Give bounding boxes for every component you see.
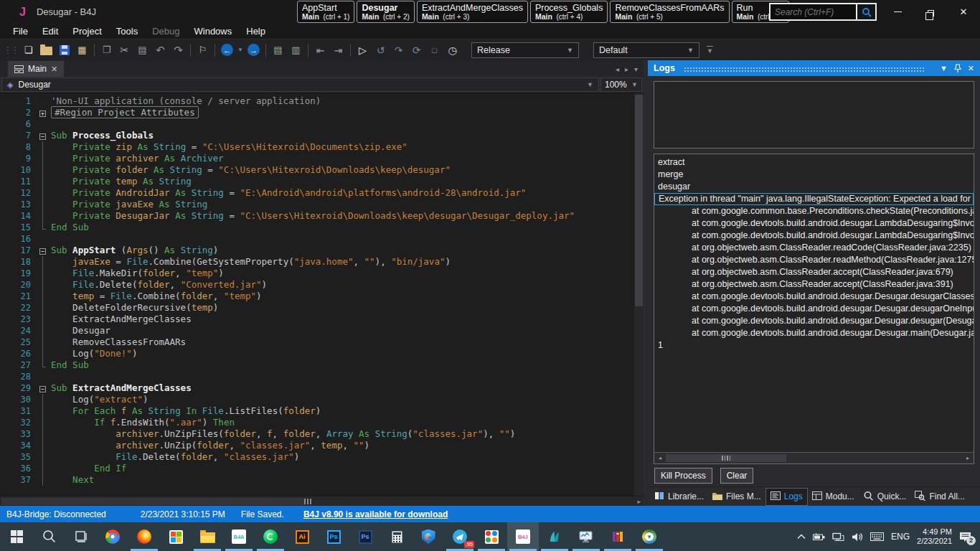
taskbar-app-color-dots-app[interactable]: [476, 522, 507, 551]
code-line[interactable]: 11 Private temp As String: [0, 176, 633, 187]
code-line[interactable]: 2+#Region Project Attributes: [0, 107, 633, 118]
taskbar-search-button[interactable]: [34, 522, 65, 551]
code-line[interactable]: 7−Sub Process_Globals: [0, 130, 633, 141]
navigate-back-icon[interactable]: ←: [218, 42, 236, 59]
step-over-icon[interactable]: ↷: [390, 42, 407, 59]
code-line[interactable]: 16: [0, 233, 633, 245]
bookmark-icon[interactable]: ⚐: [194, 42, 212, 59]
toolbar-grip[interactable]: ⋮⋮: [4, 45, 18, 55]
chevron-up-icon[interactable]: [797, 534, 806, 540]
taskbar-app-android-studio[interactable]: [255, 522, 286, 551]
splitter-grip-icon[interactable]: [304, 499, 311, 504]
tab-main[interactable]: Main ✕: [8, 61, 64, 77]
paste-icon[interactable]: ▤: [133, 42, 151, 59]
back-history-dropdown-icon[interactable]: ▼: [236, 42, 245, 59]
action-button-removeclassesfromaars[interactable]: RemoveClassesFromAARsMain (ctrl + 5): [610, 1, 729, 23]
action-button-extractandmergeclasses[interactable]: ExtractAndMergeClassesMain (ctrl + 3): [417, 1, 528, 23]
editor-horizontal-scrollbar[interactable]: ▸: [0, 496, 644, 506]
search-input[interactable]: [771, 4, 856, 19]
log-line[interactable]: at org.objectweb.asm.ClassReader.readMet…: [654, 254, 974, 266]
minimize-button[interactable]: [881, 0, 914, 24]
tool-tab-librarie[interactable]: Librarie...: [650, 489, 708, 505]
open-project-icon[interactable]: [37, 42, 55, 59]
undo-icon[interactable]: ↶: [151, 42, 169, 59]
code-line[interactable]: 1'Non-UI application (console / server a…: [0, 95, 633, 107]
save-icon[interactable]: [55, 42, 73, 59]
scroll-right-icon[interactable]: ▸: [962, 455, 974, 461]
log-line[interactable]: extract: [654, 156, 974, 169]
fold-collapse-icon[interactable]: −: [39, 386, 46, 392]
taskbar-clock[interactable]: 4:49 PM 2/23/2021: [917, 527, 952, 546]
profile-dropdown[interactable]: Default ▼: [593, 42, 699, 58]
taskbar-app-winrar[interactable]: [602, 522, 633, 551]
code-editor[interactable]: 1'Non-UI application (console / server a…: [0, 93, 644, 496]
shift-left-icon[interactable]: ⇤: [311, 42, 329, 59]
redo-icon[interactable]: ↷: [169, 42, 187, 59]
log-line[interactable]: at org.objectweb.asm.ClassReader.accept(…: [654, 278, 974, 291]
action-button-desugar[interactable]: DesugarMain (ctrl + 2): [357, 1, 414, 23]
log-line[interactable]: merge: [654, 169, 974, 181]
uncomment-code-icon[interactable]: ▥: [287, 42, 305, 59]
fold-collapse-icon[interactable]: −: [39, 248, 46, 255]
code-line[interactable]: 34 archiver.UnZip(folder, "classes.jar",…: [0, 440, 633, 451]
logs-upper-box[interactable]: [654, 81, 974, 149]
code-line[interactable]: 21 temp = File.Combine(folder, "temp"): [0, 291, 633, 302]
resume-icon[interactable]: ↺: [372, 42, 390, 59]
code-line[interactable]: 37 Next: [0, 474, 633, 486]
search-box[interactable]: [769, 3, 877, 21]
code-line[interactable]: 12 Private AndroidJar As String = "E:\An…: [0, 187, 633, 199]
taskbar-app-b4j[interactable]: B4J: [507, 522, 539, 551]
cut-icon[interactable]: ✂: [116, 42, 133, 59]
log-line[interactable]: 1: [654, 339, 974, 352]
log-line[interactable]: at com.google.devtools.build.android.des…: [654, 327, 974, 339]
run-icon[interactable]: ▷: [354, 42, 372, 59]
sub-selector-dropdown[interactable]: ◈ Desugar ▼: [1, 77, 599, 92]
pin-icon[interactable]: [954, 64, 961, 73]
stop-icon[interactable]: □: [425, 42, 443, 59]
menu-item-help[interactable]: Help: [239, 26, 273, 37]
clear-button[interactable]: Clear: [720, 468, 754, 484]
scroll-tabs-right-icon[interactable]: ▸: [625, 65, 628, 73]
code-line[interactable]: 13 Private javaExe As String: [0, 199, 633, 210]
log-line[interactable]: at com.google.devtools.build.android.des…: [654, 217, 974, 230]
code-line[interactable]: 25 RemoveClassesFromAARs: [0, 336, 633, 348]
tool-tab-quick[interactable]: Quick...: [859, 488, 911, 506]
menu-item-windows[interactable]: Windows: [187, 26, 240, 37]
code-line[interactable]: 8 Private zip As String = "C:\Users\Hite…: [0, 141, 633, 153]
fold-collapse-icon[interactable]: −: [39, 133, 46, 140]
taskbar-app-illustrator[interactable]: Ai: [286, 522, 318, 551]
code-line[interactable]: 35 File.Delete(folder, "classes.jar"): [0, 451, 633, 463]
code-line[interactable]: 24 Desugar: [0, 325, 633, 336]
action-button-process_globals[interactable]: Process_GlobalsMain (ctrl + 4): [530, 1, 608, 23]
log-line[interactable]: at com.google.devtools.build.android.des…: [654, 291, 974, 303]
code-line[interactable]: 36 End If: [0, 463, 633, 474]
build-configuration-dropdown[interactable]: Release ▼: [471, 42, 579, 58]
code-line[interactable]: 23 ExtractAndMergeClasses: [0, 314, 633, 325]
copy-icon[interactable]: ❐: [98, 42, 116, 59]
tool-tab-logs[interactable]: Logs: [765, 488, 808, 506]
close-button[interactable]: ✕: [947, 0, 980, 24]
tool-tab-findall[interactable]: Find All...: [910, 488, 969, 506]
panel-menu-icon[interactable]: ▼: [940, 64, 948, 72]
package-modules-icon[interactable]: ▦: [73, 42, 91, 59]
taskbar-app-calculator[interactable]: [381, 522, 413, 551]
update-download-link[interactable]: B4J v8.90 is available for download: [303, 509, 448, 519]
log-line[interactable]: at org.objectweb.asm.ClassReader.accept(…: [654, 266, 974, 278]
code-line[interactable]: 15End Sub: [0, 222, 633, 233]
code-line[interactable]: 17−Sub AppStart (Args() As String): [0, 245, 633, 256]
editor-zoom-dropdown[interactable]: 100% ▼: [600, 77, 642, 92]
log-line[interactable]: at org.objectweb.asm.ClassReader.readCod…: [654, 242, 974, 254]
taskbar-app-photoshop[interactable]: Ps: [318, 522, 349, 551]
toolbar-overflow-icon[interactable]: ▼: [707, 46, 713, 55]
navigate-forward-icon[interactable]: →: [245, 42, 263, 59]
taskbar-app-chrome[interactable]: [97, 522, 128, 551]
code-line[interactable]: 6: [0, 118, 633, 130]
action-button-appstart[interactable]: AppStartMain (ctrl + 1): [297, 1, 354, 23]
log-line[interactable]: at com.google.devtools.build.android.des…: [654, 303, 974, 315]
taskbar-app-telegram[interactable]: .95: [444, 522, 476, 551]
code-line[interactable]: 10 Private folder As String = "C:\Users\…: [0, 164, 633, 176]
code-line[interactable]: 14 Private DesugarJar As String = "C:\Us…: [0, 210, 633, 222]
code-line[interactable]: 9 Private archiver As Archiver: [0, 153, 633, 164]
taskbar-app-system-monitor[interactable]: [570, 522, 602, 551]
tab-list-dropdown-icon[interactable]: ▾: [634, 65, 638, 73]
